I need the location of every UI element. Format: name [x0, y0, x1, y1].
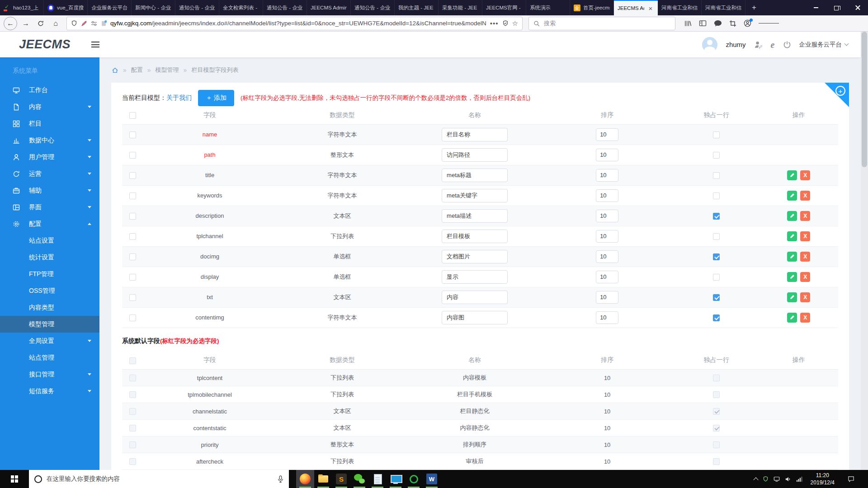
exclusive-row-checkbox[interactable]	[713, 233, 720, 240]
page-scrollbar[interactable]	[861, 32, 868, 470]
taskbar-app-icon[interactable]	[314, 470, 332, 488]
url-text[interactable]: qyfw.cgjkq.com/jeeadmin/jeecms/index.do#…	[110, 20, 486, 27]
model-name-link[interactable]: 关于我们	[166, 94, 192, 102]
logout-power-icon[interactable]	[783, 41, 791, 49]
page-actions-icon[interactable]: •••	[490, 19, 499, 27]
edit-field-button[interactable]	[787, 272, 797, 282]
select-all-checkbox[interactable]	[129, 112, 136, 119]
breadcrumb-model-management[interactable]: 模型管理	[156, 66, 179, 74]
browser-search-input[interactable]	[544, 20, 670, 27]
sidebars-icon[interactable]	[699, 20, 707, 27]
taskbar-app-icon[interactable]	[296, 470, 314, 488]
taskbar-app-icon[interactable]	[423, 470, 441, 488]
row-checkbox[interactable]	[129, 131, 136, 138]
ribbon-plus-icon[interactable]: +	[835, 86, 845, 96]
taskbar-app-icon[interactable]	[405, 470, 423, 488]
breadcrumb-config[interactable]: 配置	[131, 66, 143, 74]
row-checkbox[interactable]	[129, 213, 136, 220]
browser-tab[interactable]: JEECMS Ad	[614, 0, 658, 15]
scrollbar-thumb[interactable]	[862, 32, 867, 167]
exclusive-row-checkbox[interactable]	[713, 131, 720, 138]
edit-field-button[interactable]	[787, 252, 797, 262]
delete-field-button[interactable]: X	[800, 252, 810, 262]
sidebar-item-model-management[interactable]: 模型管理	[0, 316, 99, 333]
home-button[interactable]: ⌂	[49, 17, 62, 30]
library-icon[interactable]	[684, 20, 692, 27]
exclusive-row-checkbox[interactable]	[713, 294, 720, 301]
row-checkbox[interactable]	[129, 441, 136, 448]
field-name-input[interactable]	[442, 169, 508, 182]
field-name-input[interactable]	[442, 311, 508, 324]
sliders-icon[interactable]	[91, 20, 97, 27]
field-order-input[interactable]	[596, 271, 618, 283]
sidebar-item-ftp[interactable]: FTP管理	[0, 266, 99, 282]
row-checkbox[interactable]	[129, 152, 136, 159]
new-tab-button[interactable]: +	[745, 0, 763, 15]
edit-field-button[interactable]	[787, 191, 797, 201]
sidebar-item-content-type[interactable]: 内容类型	[0, 299, 99, 316]
field-name-input[interactable]	[442, 128, 508, 141]
field-order-input[interactable]	[596, 169, 618, 182]
browser-tab[interactable]: 河南省工业和信	[658, 0, 702, 15]
edit-field-button[interactable]	[787, 313, 797, 323]
browser-menu-icon[interactable]	[759, 22, 779, 25]
browser-preview-icon[interactable]: e	[771, 40, 775, 49]
taskbar-app-icon[interactable]	[387, 470, 405, 488]
account-icon[interactable]	[744, 19, 751, 27]
row-checkbox[interactable]	[129, 314, 136, 321]
exclusive-row-checkbox[interactable]	[713, 253, 720, 260]
edit-profile-icon[interactable]	[754, 41, 763, 49]
tray-shield-icon[interactable]	[763, 476, 769, 482]
collapse-menu-icon[interactable]	[91, 40, 99, 49]
reload-button[interactable]	[34, 17, 47, 30]
sidebar-item-global-settings[interactable]: 全局设置	[0, 333, 99, 349]
browser-tab[interactable]: 企业服务云平台	[88, 0, 132, 15]
sidebar-item-workbench[interactable]: 工作台	[0, 82, 99, 99]
sidebar-item-interface[interactable]: 界面	[0, 199, 99, 216]
tray-expand-icon[interactable]	[753, 477, 758, 482]
edit-field-button[interactable]	[787, 231, 797, 241]
row-checkbox[interactable]	[129, 375, 136, 381]
start-button[interactable]	[0, 470, 29, 488]
sidebar-item-config[interactable]: 配置	[0, 216, 99, 232]
url-bar[interactable]: qyfw.cgjkq.com/jeeadmin/jeecms/index.do#…	[66, 17, 523, 30]
row-checkbox[interactable]	[129, 425, 136, 432]
browser-tab[interactable]: 全文检索列表 -	[219, 0, 263, 15]
exclusive-row-checkbox[interactable]	[713, 172, 720, 179]
edit-field-button[interactable]	[787, 292, 797, 302]
field-name-input[interactable]	[442, 291, 508, 304]
taskbar-app-icon[interactable]	[350, 470, 368, 488]
forward-button[interactable]: →	[19, 17, 32, 30]
browser-tab[interactable]: 新闻中心 - 企业	[132, 0, 175, 15]
tray-display-icon[interactable]	[774, 476, 780, 482]
edit-field-button[interactable]	[787, 170, 797, 180]
sidebar-item-oss[interactable]: OSS管理	[0, 282, 99, 299]
tray-network-icon[interactable]	[796, 476, 802, 482]
select-all-checkbox[interactable]	[129, 357, 136, 364]
pocket-shield-icon[interactable]	[502, 20, 509, 27]
taskbar-clock[interactable]: 11:20 2019/12/4	[807, 472, 838, 486]
row-checkbox[interactable]	[129, 192, 136, 199]
delete-field-button[interactable]: X	[800, 191, 810, 201]
exclusive-row-checkbox[interactable]	[713, 213, 720, 220]
field-order-input[interactable]	[596, 291, 618, 304]
browser-tab[interactable]: 我的主题 - JEE	[395, 0, 439, 15]
field-name-input[interactable]	[442, 148, 508, 162]
sidebar-item-channel[interactable]: 栏目	[0, 115, 99, 132]
browser-tab[interactable]: 系统演示	[526, 0, 570, 15]
field-order-input[interactable]	[596, 189, 618, 202]
tray-volume-icon[interactable]	[785, 476, 791, 482]
sidebar-item-site-settings[interactable]: 站点设置	[0, 232, 99, 249]
row-checkbox[interactable]	[129, 253, 136, 260]
microphone-icon[interactable]	[278, 475, 283, 483]
sidebar-item-data-center[interactable]: 数据中心	[0, 132, 99, 149]
username[interactable]: zhumy	[726, 41, 745, 48]
site-switcher[interactable]: 企业服务云平台	[799, 41, 849, 49]
field-name-input[interactable]	[442, 230, 508, 243]
taskbar-app-icon[interactable]	[368, 470, 387, 488]
browser-tab[interactable]: 通知公告 - 企业	[351, 0, 395, 15]
window-restore-button[interactable]	[826, 0, 847, 15]
browser-tab[interactable]: JEECMS官网 -	[482, 0, 526, 15]
row-checkbox[interactable]	[129, 294, 136, 301]
taskbar-search[interactable]: 在这里输入你要搜索的内容	[29, 470, 289, 488]
